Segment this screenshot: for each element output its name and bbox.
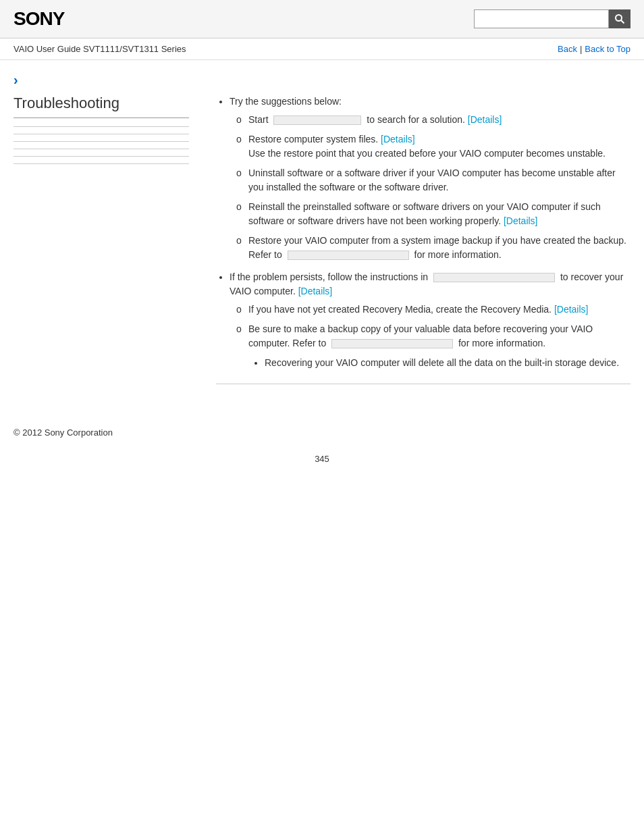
list-item-2: If the problem persists, follow the inst…: [230, 270, 630, 370]
sidebar-divider-2: [14, 134, 189, 134]
nav-links: Back | Back to Top: [558, 44, 630, 54]
sub2-text: Restore computer system files.: [248, 134, 378, 145]
back-to-top-link[interactable]: Back to Top: [585, 44, 630, 54]
refer-blank-2: [433, 273, 555, 282]
copyright-text: © 2012 Sony Corporation: [14, 427, 113, 438]
header: SONY: [0, 0, 644, 38]
nested-bullet-item: Recovering your VAIO computer will delet…: [265, 356, 630, 370]
sub5-suffix: for more information.: [414, 249, 502, 260]
details-link-6[interactable]: [Details]: [554, 304, 589, 315]
sidebar-divider-4: [14, 149, 189, 149]
details-link-1[interactable]: [Details]: [468, 114, 502, 125]
breadcrumb-bar: VAIO User Guide SVT1111/SVT1311 Series B…: [0, 38, 644, 60]
back-link[interactable]: Back: [558, 44, 577, 54]
sub2-desc: Use the restore point that you created b…: [248, 148, 606, 159]
sidebar: Troubleshooting: [14, 95, 203, 418]
sidebar-divider-6: [14, 163, 189, 164]
sub7-suffix: for more information.: [458, 338, 545, 348]
footer: © 2012 Sony Corporation: [0, 418, 644, 447]
sub-list-2: If you have not yet created Recovery Med…: [230, 303, 630, 370]
sub4-prefix: Reinstall the preinstalled software or s…: [248, 201, 601, 226]
bullet1-text: Try the suggestions below:: [230, 96, 342, 107]
main-list: Try the suggestions below: Start to sear…: [216, 95, 630, 370]
sidebar-divider-1: [14, 126, 189, 127]
chevron-area: ›: [0, 60, 644, 95]
list-item-1: Try the suggestions below: Start to sear…: [230, 95, 630, 262]
content-divider: [216, 384, 630, 384]
start-label-placeholder: [273, 115, 361, 125]
sub-item-4: Reinstall the preinstalled software or s…: [236, 200, 630, 228]
page-number: 345: [0, 447, 644, 477]
details-link-2[interactable]: [Details]: [381, 134, 415, 145]
svg-line-1: [621, 20, 624, 24]
search-button[interactable]: [609, 9, 630, 28]
refer-blank-1: [288, 251, 409, 260]
sidebar-divider-3: [14, 141, 189, 142]
main-layout: Troubleshooting Try the suggestions belo…: [0, 95, 644, 418]
content-area: Try the suggestions below: Start to sear…: [203, 95, 630, 418]
sub1-start-prefix: Start: [248, 114, 269, 125]
sub-sub-list: Recovering your VAIO computer will delet…: [248, 356, 630, 370]
sub-item-7: Be sure to make a backup copy of your va…: [236, 322, 630, 370]
details-link-bullet2[interactable]: [Details]: [298, 286, 333, 296]
sub-item-3: Uninstall software or a software driver …: [236, 166, 630, 194]
details-link-4[interactable]: [Details]: [504, 215, 538, 226]
sub-item-1: Start to search for a solution. [Details…: [236, 113, 630, 127]
search-icon: [614, 14, 625, 24]
search-area: [474, 9, 630, 28]
bullet2-prefix: If the problem persists, follow the inst…: [230, 271, 428, 282]
sub3-text: Uninstall software or a software driver …: [248, 167, 616, 192]
sub-item-6: If you have not yet created Recovery Med…: [236, 303, 630, 317]
sub-item-2: Restore computer system files. [Details]…: [236, 132, 630, 161]
nested-bullet-text: Recovering your VAIO computer will delet…: [265, 357, 619, 368]
sidebar-title: Troubleshooting: [14, 95, 189, 118]
sub6-text: If you have not yet created Recovery Med…: [248, 304, 552, 315]
guide-title: VAIO User Guide SVT1111/SVT1311 Series: [14, 44, 186, 54]
sub-item-5: Restore your VAIO computer from a system…: [236, 234, 630, 262]
svg-point-0: [616, 15, 622, 21]
nav-separator: |: [580, 44, 582, 54]
search-input[interactable]: [474, 9, 609, 28]
sidebar-divider-5: [14, 156, 189, 157]
sub1-start-suffix: to search for a solution.: [367, 114, 465, 125]
sub-list-1: Start to search for a solution. [Details…: [230, 113, 630, 262]
sony-logo: SONY: [14, 8, 64, 30]
refer-blank-3: [331, 339, 453, 348]
chevron-right-icon: ›: [14, 72, 18, 87]
